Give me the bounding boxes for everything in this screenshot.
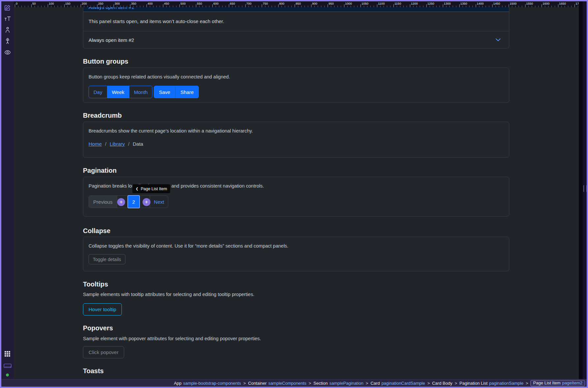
pagination-previous-label: Previous — [93, 199, 112, 205]
section-title-toasts: Toasts — [83, 367, 104, 375]
path-crumb-id: pageItem2 — [562, 380, 582, 385]
insert-after-button[interactable] — [143, 198, 150, 206]
element-path-bar: Appsample-bootstrap-components>Container… — [1, 379, 587, 387]
text-icon[interactable] — [1, 14, 13, 24]
path-crumb-pagination-list[interactable]: Pagination ListpaginationSample — [460, 381, 523, 386]
ruler-label: 750 — [263, 2, 268, 5]
accordion-item2-header[interactable]: Always open item #2 — [83, 31, 509, 48]
segment-button-month[interactable]: Month — [129, 86, 153, 98]
breadcrumb-description: Breadcrumbs show the current page’s loca… — [89, 128, 253, 134]
selected-element-badge: Page List Item — [132, 184, 170, 193]
accordion-open-body: This panel starts open, and items won’t … — [83, 12, 509, 31]
ruler-label: 1250 — [427, 2, 434, 5]
ruler-label: 200 — [82, 2, 87, 5]
button-groups-description: Button groups keep related actions visua… — [89, 74, 230, 80]
ruler-label: 650 — [230, 2, 235, 5]
breadcrumb-separator: / — [105, 141, 106, 147]
breadcrumb: Home/Library/Data — [89, 141, 143, 147]
collapse-card: Collapse toggles the visibility of conte… — [83, 237, 509, 271]
ruler-label: 1050 — [361, 2, 368, 5]
pagination-next-label: Next — [154, 199, 164, 205]
section-title-collapse: Collapse — [83, 227, 110, 235]
section-title-pagination: Pagination — [83, 166, 117, 174]
ruler-label: 1400 — [477, 2, 484, 5]
edit-icon[interactable] — [1, 3, 13, 13]
path-separator: > — [526, 381, 528, 386]
path-separator: > — [427, 381, 430, 386]
panel-resize-grip-icon[interactable] — [583, 185, 587, 192]
ruler-label: 0 — [16, 2, 17, 5]
eye-icon[interactable] — [1, 47, 13, 57]
section-title-tooltips: Tooltips — [83, 280, 108, 288]
pagination-active-page[interactable]: 2 — [128, 196, 139, 208]
ruler-label: 250 — [98, 2, 103, 5]
path-crumb-type: Page List Item — [533, 380, 560, 385]
ruler-label: 1650 — [559, 2, 566, 5]
click-popover-button[interactable]: Click popover — [83, 346, 124, 358]
grid-icon[interactable] — [1, 349, 13, 359]
path-crumb-type: Container — [248, 381, 267, 386]
path-crumb-section[interactable]: SectionsamplePagination — [313, 381, 363, 386]
pagination-card: Pagination breaks long lists into pages … — [83, 177, 509, 217]
hover-tooltip-button[interactable]: Hover tooltip — [83, 303, 122, 315]
pagination-description: Pagination breaks long lists into pages … — [89, 183, 264, 190]
ruler-icon[interactable] — [1, 361, 13, 371]
path-crumb-id: sampleComponents — [268, 381, 307, 386]
path-crumb-app[interactable]: Appsample-bootstrap-components — [174, 381, 241, 386]
right-gutter — [579, 1, 583, 379]
section-title-button-groups: Button groups — [83, 57, 128, 65]
pagination-next-button[interactable]: Next — [150, 196, 168, 208]
breadcrumb-item-home[interactable]: Home — [89, 141, 102, 147]
action-button-group: SaveShare — [154, 86, 199, 98]
path-crumb-container[interactable]: ContainersampleComponents — [248, 381, 307, 386]
ruler-label: 1600 — [543, 2, 549, 5]
ruler-label: 400 — [147, 2, 153, 5]
person-icon[interactable] — [1, 25, 13, 35]
section-title-breadcrumb: Breadcrumb — [83, 111, 122, 119]
segment-button-week[interactable]: Week — [107, 86, 129, 98]
accessibility-icon[interactable] — [1, 36, 13, 46]
popovers-description: Sample element with popover attributes f… — [83, 335, 261, 342]
tooltips-description: Sample elements with tooltip attributes … — [83, 291, 254, 298]
button-groups-card: Button groups keep related actions visua… — [83, 68, 509, 103]
insert-before-button[interactable] — [117, 198, 125, 206]
breadcrumb-separator: / — [128, 141, 129, 147]
path-crumb-id: paginationCardSample — [382, 381, 425, 386]
pagination-previous-button[interactable]: Previous — [89, 196, 117, 208]
path-separator: > — [366, 381, 368, 386]
toggle-details-button[interactable]: Toggle details — [89, 254, 125, 264]
collapse-description: Collapse toggles the visibility of conte… — [89, 243, 288, 250]
selected-element-badge-label: Page List Item — [141, 187, 167, 191]
segmented-button-group: DayWeekMonth — [89, 86, 152, 98]
ruler-label: 1000 — [345, 2, 352, 5]
ruler-label: 1100 — [378, 2, 385, 5]
save-button[interactable]: Save — [154, 86, 175, 98]
path-separator: > — [455, 381, 457, 386]
accordion-open-header[interactable]: Always open item #1 — [83, 7, 509, 12]
ruler-label: 1500 — [510, 2, 517, 5]
path-crumb-id: paginationSample — [489, 381, 523, 386]
ruler-label: 950 — [329, 2, 334, 5]
pagination-control: Previous 2 Next — [89, 195, 168, 208]
ruler-label: 900 — [312, 2, 317, 5]
path-crumb-type: Card Body — [432, 381, 452, 386]
ruler-label: 300 — [115, 2, 120, 5]
path-crumb-card-body[interactable]: Card Body — [432, 381, 452, 386]
path-separator: > — [309, 381, 311, 386]
path-crumb-id: samplePagination — [329, 381, 363, 386]
path-crumb-id: sample-bootstrap-components — [183, 381, 241, 386]
ruler-label: 1450 — [493, 2, 500, 5]
accordion-body-text: This panel starts open, and items won’t … — [89, 18, 224, 24]
ruler-label: 600 — [213, 2, 219, 5]
segment-button-day[interactable]: Day — [89, 86, 107, 98]
share-button[interactable]: Share — [175, 86, 199, 98]
path-crumb-page-list-item[interactable]: Page List ItempageItem2 — [530, 380, 585, 386]
tool-sidebar — [1, 1, 13, 379]
breadcrumb-item-data: Data — [133, 141, 143, 147]
path-crumb-type: Pagination List — [460, 381, 488, 386]
path-crumb-type: Section — [313, 381, 328, 386]
breadcrumb-item-library[interactable]: Library — [110, 141, 125, 147]
path-crumb-card[interactable]: CardpaginationCardSample — [370, 381, 425, 386]
breadcrumb-card: Breadcrumbs show the current page’s loca… — [83, 122, 509, 158]
accordion-card: Always open item #1 This panel starts op… — [83, 7, 509, 48]
